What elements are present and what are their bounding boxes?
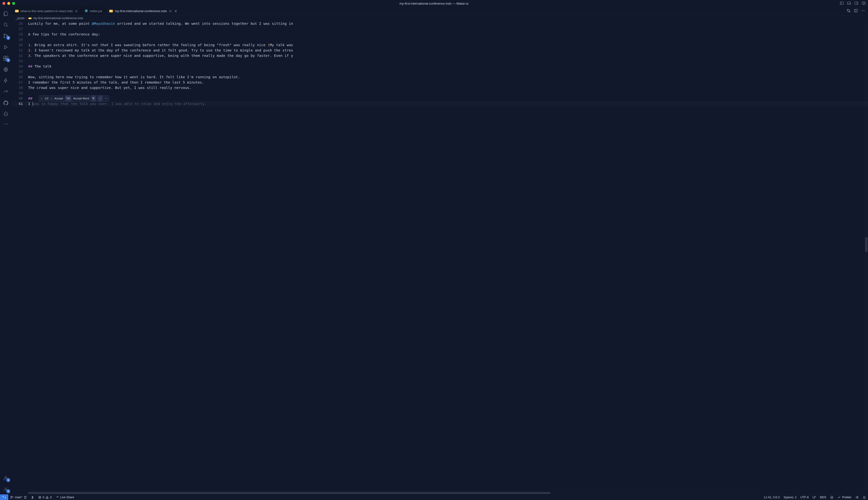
compare-changes-icon[interactable] (847, 9, 851, 13)
inline-suggestion-toolbar[interactable]: ‹ 1/2 › Accept Tab Accept Word ⌘ → ⋯ (39, 95, 109, 102)
activity-remote-explorer[interactable] (0, 65, 12, 74)
code-content[interactable]: I remember the first 5 minutes of the ta… (28, 80, 868, 85)
tab-close-icon[interactable]: ✕ (174, 9, 177, 13)
activity-more-icon[interactable] (0, 121, 12, 127)
code-content[interactable]: 2. I haven't reviewed my talk at the day… (28, 48, 868, 53)
status-branch-label: main* (15, 496, 22, 499)
code-content[interactable]: 1. Bring an extra shirt. It's not that I… (28, 42, 868, 48)
activity-explorer[interactable] (0, 9, 12, 19)
code-line[interactable]: 34## The talk (12, 64, 868, 69)
activity-copilot[interactable] (0, 109, 12, 119)
status-cursor-position[interactable]: Ln 41, Col 3 (762, 496, 782, 499)
code-content[interactable]: Luckily for me, at some point @MayaShavi… (28, 21, 868, 26)
code-line[interactable]: 37I remember the first 5 minutes of the … (12, 80, 868, 85)
code-line[interactable]: 27 (12, 26, 868, 32)
tab-my-first-international-conference[interactable]: M↓ my-first-international-conference.mdx… (106, 7, 181, 15)
breadcrumb-file[interactable]: my-first-international-conference.mdx (33, 16, 83, 20)
activity-extensions[interactable]: 6 (0, 54, 12, 63)
breadcrumb-folder[interactable]: _posts (15, 16, 24, 20)
code-line[interactable]: 39 (12, 90, 868, 96)
code-content[interactable]: A few tips for the conference day: (28, 32, 868, 37)
horizontal-scrollbar-thumb[interactable] (28, 492, 551, 494)
editor-tabs: M↓ what-is-the-slots-pattern-in-react.md… (12, 7, 868, 15)
activity-run-debug[interactable] (0, 42, 12, 52)
activity-share[interactable] (0, 87, 12, 97)
code-content[interactable] (28, 90, 868, 96)
more-actions-icon[interactable] (861, 9, 865, 13)
editor-area[interactable]: 26Luckily for me, at some point @MayaSha… (12, 21, 868, 492)
status-prettier[interactable]: Prettier (835, 496, 854, 499)
sync-icon[interactable] (24, 496, 27, 499)
status-notifications[interactable] (861, 496, 868, 499)
window-minimize-button[interactable] (7, 2, 10, 5)
activity-accounts[interactable]: 1 (0, 473, 12, 483)
tab-index-jsx[interactable]: index.jsx (81, 7, 106, 15)
suggestion-more-icon[interactable]: ⋯ (105, 96, 107, 101)
suggestion-accept-word-button[interactable]: Accept Word (73, 96, 89, 101)
status-language[interactable]: MDX (818, 496, 829, 499)
status-problems[interactable]: 0 0 (36, 495, 54, 500)
activity-github[interactable] (0, 98, 12, 108)
activity-source-control[interactable]: 3 (0, 31, 12, 41)
activity-thunder[interactable] (0, 76, 12, 86)
react-icon (84, 9, 88, 13)
window-maximize-button[interactable] (12, 2, 15, 5)
code-line[interactable]: 26Luckily for me, at some point @MayaSha… (12, 21, 868, 26)
status-sync-action[interactable] (29, 495, 36, 500)
status-eol[interactable]: LF (811, 496, 818, 499)
status-feedback[interactable] (854, 496, 861, 499)
window-close-button[interactable] (2, 2, 5, 5)
code-content[interactable]: I was so happy that the talk was over. I… (28, 101, 868, 106)
svg-point-21 (5, 114, 5, 114)
horizontal-scrollbar[interactable] (12, 492, 868, 494)
toggle-secondary-sidebar-icon[interactable] (854, 1, 858, 6)
code-line[interactable]: 41I was so happy that the talk was over.… (12, 101, 868, 106)
suggestion-next-icon[interactable]: › (50, 96, 53, 101)
code-content[interactable]: The crowd was super nice and supportive.… (28, 85, 868, 90)
code-content[interactable]: 3. The speakers at the conference were s… (28, 53, 868, 58)
code-content[interactable]: ## (28, 96, 868, 101)
code-line[interactable]: 38The crowd was super nice and supportiv… (12, 85, 868, 90)
line-number: 41 (12, 101, 28, 106)
suggestion-word-key1: ⌘ (91, 95, 96, 101)
code-content[interactable] (28, 69, 868, 74)
code-line[interactable]: 36Wow, sitting here now trying to rememb… (12, 74, 868, 80)
status-encoding[interactable]: UTF-8 (799, 496, 811, 499)
remote-indicator[interactable] (0, 495, 8, 500)
minimap-thumb[interactable] (865, 237, 868, 252)
code-content[interactable]: ## The talk (28, 64, 868, 69)
status-branch[interactable]: main* (8, 495, 29, 500)
code-line[interactable]: 323. The speakers at the conference were… (12, 53, 868, 58)
code-content[interactable] (28, 37, 868, 42)
inline-suggestion-ghost: was so happy that the talk was over. I w… (33, 102, 207, 106)
activity-search[interactable] (0, 20, 12, 30)
svg-point-36 (862, 10, 863, 11)
status-indentation[interactable]: Spaces: 2 (782, 496, 798, 499)
svg-point-23 (4, 123, 4, 124)
code-line[interactable]: 312. I haven't reviewed my talk at the d… (12, 48, 868, 53)
accounts-badge: 1 (6, 478, 10, 482)
breadcrumb[interactable]: _posts › M↓ my-first-international-confe… (12, 15, 868, 21)
status-copilot[interactable] (828, 496, 835, 499)
code-content[interactable] (28, 26, 868, 32)
tab-what-is-the-slots[interactable]: M↓ what-is-the-slots-pattern-in-react.md… (12, 7, 81, 15)
code-line[interactable]: 301. Bring an extra shirt. It's not that… (12, 42, 868, 48)
minimap[interactable] (865, 21, 868, 492)
code-content[interactable] (28, 58, 868, 64)
split-editor-icon[interactable] (854, 9, 858, 13)
toggle-panel-icon[interactable] (847, 1, 851, 6)
svg-rect-18 (6, 56, 8, 58)
activity-settings[interactable]: 1 (0, 485, 12, 494)
code-line[interactable]: 40## (12, 96, 868, 101)
code-line[interactable]: 29 (12, 37, 868, 42)
suggestion-accept-button[interactable]: Accept (54, 96, 63, 101)
code-line[interactable]: 28A few tips for the conference day: (12, 32, 868, 37)
status-live-share[interactable]: Live Share (54, 495, 76, 500)
svg-rect-16 (4, 59, 5, 60)
toggle-primary-sidebar-icon[interactable] (840, 1, 844, 6)
suggestion-prev-icon[interactable]: ‹ (40, 96, 43, 101)
code-content[interactable]: Wow, sitting here now trying to remember… (28, 74, 868, 80)
code-line[interactable]: 35 (12, 69, 868, 74)
customize-layout-icon[interactable] (862, 1, 866, 6)
code-line[interactable]: 33 (12, 58, 868, 64)
